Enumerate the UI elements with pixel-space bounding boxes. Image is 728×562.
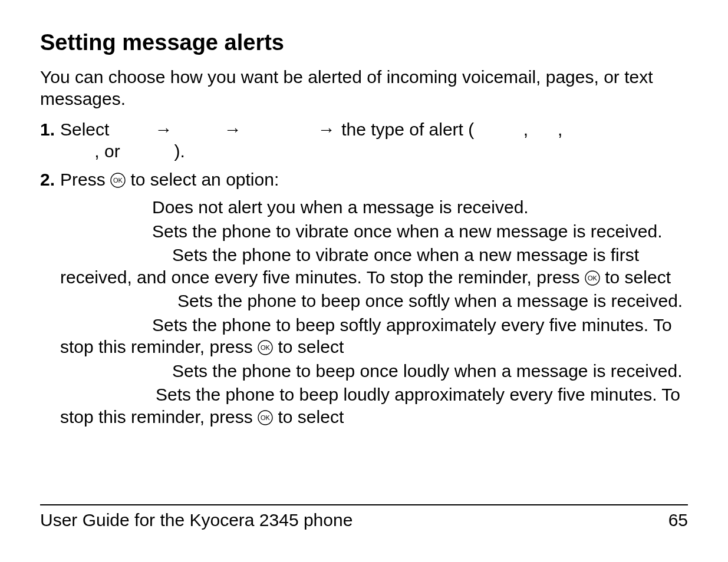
svg-text:OK: OK xyxy=(588,275,598,282)
option-list: Does not alert you when a message is rec… xyxy=(60,196,688,428)
option-item: Sets the phone to vibrate once when a ne… xyxy=(60,220,688,243)
step-body: Select → → → the type of alert ( , , , o… xyxy=(60,118,688,163)
ok-button-icon: OK xyxy=(258,410,273,425)
option-text: Sets the phone to beep loudly approximat… xyxy=(60,385,680,427)
arrow-icon: → xyxy=(223,120,243,139)
step-text: , or xyxy=(94,141,120,161)
ok-button-icon: OK xyxy=(110,173,126,188)
step-text: Press xyxy=(60,170,110,189)
arrow-icon: → xyxy=(317,120,337,139)
option-item: Sets the phone to beep once loudly when … xyxy=(60,360,688,382)
step-text: the type of alert ( xyxy=(341,120,474,139)
step-number: 2. xyxy=(40,168,60,191)
ok-icon-label: OK xyxy=(113,177,123,184)
intro-paragraph: You can choose how you want be alerted o… xyxy=(40,66,688,110)
step-list: 1. Select → → → the type of alert ( , , xyxy=(40,118,688,191)
step-body: Press OK to select an option: xyxy=(60,168,688,191)
option-text: to select xyxy=(605,267,671,287)
ok-button-icon: OK xyxy=(585,270,600,286)
option-item: Does not alert you when a message is rec… xyxy=(60,196,688,219)
option-text: Sets the phone to vibrate once when a ne… xyxy=(60,245,639,287)
option-text: to select xyxy=(278,337,344,356)
step-text: ). xyxy=(174,141,185,161)
step-1: 1. Select → → → the type of alert ( , , xyxy=(40,118,688,163)
svg-text:OK: OK xyxy=(261,344,271,351)
option-item: Sets the phone to vibrate once when a ne… xyxy=(60,244,688,288)
document-page: Setting message alerts You can choose ho… xyxy=(0,0,728,562)
ok-button-icon: OK xyxy=(258,340,273,355)
comma: , xyxy=(523,120,528,139)
option-item: Sets the phone to beep loudly approximat… xyxy=(60,384,688,428)
footer-title: User Guide for the Kyocera 2345 phone xyxy=(40,510,353,530)
option-item: Sets the phone to beep softly approximat… xyxy=(60,314,688,358)
comma: , xyxy=(558,120,562,139)
section-heading: Setting message alerts xyxy=(40,29,688,57)
option-text: to select xyxy=(278,407,344,427)
step-number: 1. xyxy=(40,118,60,163)
step-2: 2. Press OK to select an option: xyxy=(40,168,688,191)
page-number: 65 xyxy=(668,510,688,530)
page-footer: User Guide for the Kyocera 2345 phone 65 xyxy=(40,504,688,530)
option-text: Sets the phone to beep softly approximat… xyxy=(60,315,672,357)
step-text: Select xyxy=(60,120,114,139)
arrow-icon: → xyxy=(153,120,173,139)
svg-text:OK: OK xyxy=(261,414,271,421)
step-text: to select an option: xyxy=(130,170,279,189)
option-item: Sets the phone to beep once softly when … xyxy=(60,290,688,312)
